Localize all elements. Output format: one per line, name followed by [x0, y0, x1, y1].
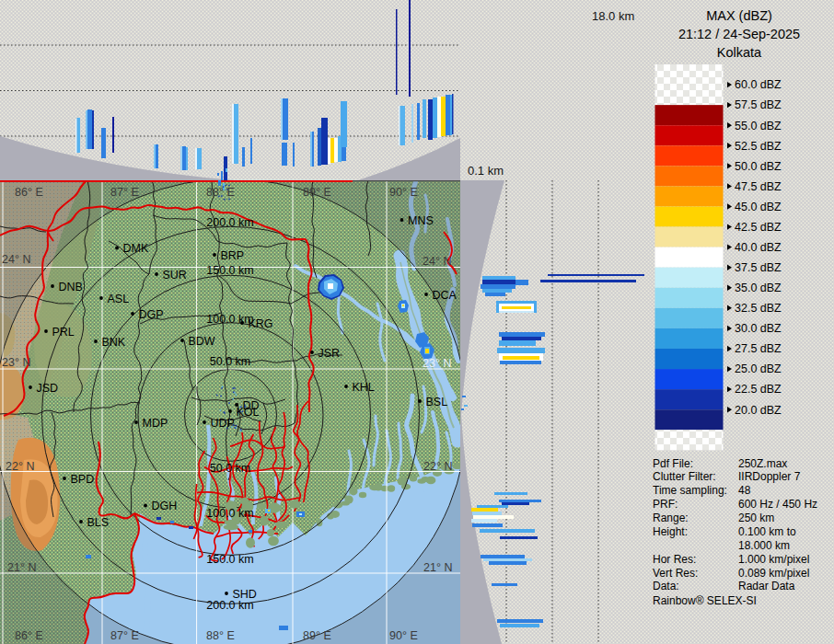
svg-text:Range:: Range: — [653, 512, 689, 524]
svg-text:MAX (dBZ): MAX (dBZ) — [706, 8, 772, 23]
svg-text:89° E: 89° E — [303, 629, 331, 642]
svg-text:MNS: MNS — [408, 214, 434, 227]
svg-text:30.0 dBZ: 30.0 dBZ — [735, 322, 782, 335]
svg-text:37.5 dBZ: 37.5 dBZ — [735, 261, 782, 274]
svg-text:BPD: BPD — [71, 473, 95, 486]
svg-text:90° E: 90° E — [389, 629, 418, 642]
svg-text:22° N: 22° N — [423, 460, 452, 473]
svg-text:24° N: 24° N — [423, 255, 451, 268]
svg-text:BDW: BDW — [189, 335, 215, 348]
svg-text:22.5 dBZ: 22.5 dBZ — [735, 383, 782, 396]
svg-text:Height:: Height: — [653, 525, 688, 538]
svg-text:Data:: Data: — [653, 580, 679, 592]
svg-text:KHL: KHL — [353, 381, 375, 394]
svg-text:0.1 km: 0.1 km — [468, 164, 504, 178]
svg-text:27.5 dBZ: 27.5 dBZ — [735, 342, 782, 355]
svg-text:23° N: 23° N — [2, 356, 30, 369]
svg-text:23° N: 23° N — [423, 357, 451, 370]
svg-text:DMK: DMK — [123, 242, 149, 255]
svg-text:21° N: 21° N — [423, 561, 452, 574]
svg-text:87° E: 87° E — [110, 186, 139, 199]
svg-text:86° E: 86° E — [15, 629, 43, 642]
svg-text:DGP: DGP — [139, 308, 164, 321]
svg-text:35.0 dBZ: 35.0 dBZ — [735, 282, 782, 294]
svg-text:40.0 dBZ: 40.0 dBZ — [735, 241, 782, 254]
svg-text:150.0 km: 150.0 km — [206, 553, 253, 566]
svg-text:BRP: BRP — [221, 249, 245, 262]
svg-text:50.0 km: 50.0 km — [210, 355, 250, 368]
svg-text:1.000 km/pixel: 1.000 km/pixel — [738, 553, 809, 566]
svg-text:Radar Data: Radar Data — [738, 580, 795, 592]
svg-text:BLS: BLS — [87, 516, 110, 529]
svg-text:21:12 / 24-Sep-2025: 21:12 / 24-Sep-2025 — [678, 27, 800, 41]
svg-text:Kolkata: Kolkata — [717, 45, 762, 60]
svg-text:32.5 dBZ: 32.5 dBZ — [735, 302, 782, 315]
svg-text:KOL: KOL — [237, 406, 260, 419]
svg-text:86° E: 86° E — [15, 186, 43, 199]
svg-text:PRF:: PRF: — [653, 498, 678, 511]
svg-text:21° N: 21° N — [7, 561, 36, 574]
svg-text:DNB: DNB — [59, 281, 83, 293]
svg-text:Rainbow® SELEX-SI: Rainbow® SELEX-SI — [653, 594, 757, 607]
svg-text:50.0 km: 50.0 km — [210, 462, 250, 475]
svg-text:0.100 km to: 0.100 km to — [738, 525, 796, 538]
svg-text:25.0 dBZ: 25.0 dBZ — [735, 362, 782, 375]
svg-text:88° E: 88° E — [206, 186, 235, 199]
svg-text:100.0 km: 100.0 km — [206, 507, 253, 520]
svg-text:100.0 km: 100.0 km — [206, 313, 253, 326]
svg-text:Time sampling:: Time sampling: — [653, 484, 727, 497]
svg-text:Hor Res:: Hor Res: — [653, 553, 696, 566]
svg-text:JSD: JSD — [37, 382, 59, 395]
svg-text:18.000 km: 18.000 km — [738, 539, 790, 552]
svg-text:BSL: BSL — [426, 396, 448, 408]
svg-text:DGH: DGH — [152, 500, 178, 512]
svg-text:42.5 dBZ: 42.5 dBZ — [735, 221, 782, 234]
svg-text:18.0 km: 18.0 km — [592, 9, 634, 23]
svg-text:24° N: 24° N — [2, 253, 30, 266]
svg-text:57.5 dBZ: 57.5 dBZ — [735, 98, 782, 111]
svg-text:Vert Res:: Vert Res: — [653, 567, 698, 580]
svg-text:90° E: 90° E — [389, 186, 418, 199]
svg-text:SUR: SUR — [163, 269, 187, 282]
svg-text:UDP: UDP — [211, 417, 235, 430]
svg-text:48: 48 — [738, 484, 751, 497]
svg-text:52.5 dBZ: 52.5 dBZ — [735, 140, 782, 153]
svg-text:BNK: BNK — [102, 336, 126, 349]
svg-text:89° E: 89° E — [303, 186, 331, 199]
svg-text:Pdf File:: Pdf File: — [653, 457, 693, 470]
svg-text:87° E: 87° E — [110, 629, 139, 642]
svg-text:20.0 dBZ: 20.0 dBZ — [735, 404, 782, 417]
svg-text:IIRDoppler 7: IIRDoppler 7 — [738, 470, 801, 483]
svg-text:250Z.max: 250Z.max — [738, 457, 787, 470]
svg-text:0.089 km/pixel: 0.089 km/pixel — [738, 567, 809, 580]
svg-text:ASL: ASL — [108, 293, 130, 305]
svg-text:DCA: DCA — [433, 289, 458, 302]
svg-text:200.0 km: 200.0 km — [206, 216, 253, 229]
svg-text:47.5 dBZ: 47.5 dBZ — [735, 180, 782, 193]
svg-text:Clutter Filter:: Clutter Filter: — [653, 470, 716, 483]
svg-text:45.0 dBZ: 45.0 dBZ — [735, 201, 782, 213]
svg-text:88° E: 88° E — [206, 629, 235, 642]
svg-text:MDP: MDP — [143, 417, 168, 430]
svg-text:50.0 dBZ: 50.0 dBZ — [735, 160, 782, 173]
svg-text:60.0 dBZ: 60.0 dBZ — [735, 78, 782, 91]
svg-text:55.0 dBZ: 55.0 dBZ — [735, 120, 782, 132]
svg-text:JSR: JSR — [319, 347, 341, 360]
svg-text:600 Hz / 450 Hz: 600 Hz / 450 Hz — [738, 498, 817, 511]
svg-text:22° N: 22° N — [6, 460, 34, 473]
svg-text:200.0 km: 200.0 km — [206, 599, 253, 612]
svg-text:PRL: PRL — [52, 326, 75, 339]
svg-text:250 km: 250 km — [738, 512, 774, 524]
svg-text:150.0 km: 150.0 km — [206, 264, 253, 277]
